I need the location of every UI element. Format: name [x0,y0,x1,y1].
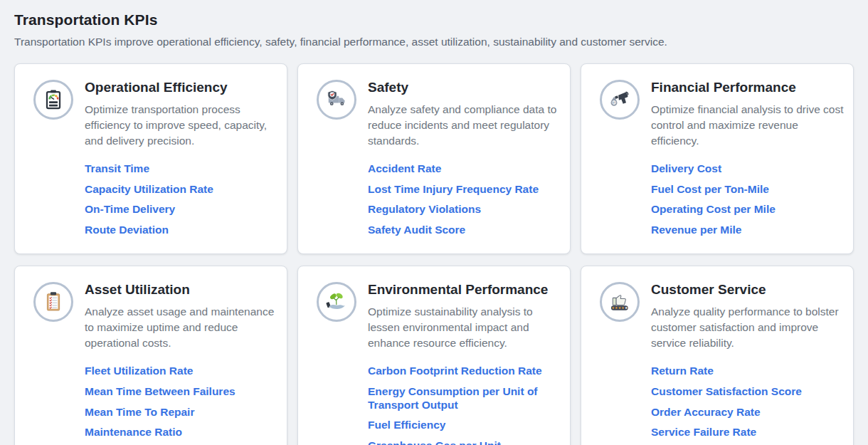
gauge-clipboard-icon [33,80,73,120]
card-safety: Safety Analyze safety and compliance dat… [297,63,571,254]
kpi-link[interactable]: Accident Rate [368,162,561,176]
kpi-link[interactable]: Energy Consumption per Unit of Transport… [368,385,561,412]
kpi-link[interactable]: Mean Time To Repair [85,406,278,419]
kpi-link[interactable]: Greenhouse Gas per Unit [368,439,561,445]
card-customer-service: ★★★★★ Customer Service Analyze quality p… [581,266,854,445]
kpi-link[interactable]: Operating Cost per Mile [651,203,845,216]
kpi-link[interactable]: Customer Satisfaction Score [651,385,845,399]
kpi-link[interactable]: Revenue per Mile [651,224,845,237]
kpi-link[interactable]: Transit Time [85,162,278,176]
kpi-link[interactable]: Delivery Cost [651,162,845,176]
fuel-nozzle-dollar-icon: $ [600,80,640,120]
card-description: Analyze quality performance to bolster c… [651,304,845,351]
kpi-link[interactable]: Carbon Footprint Reduction Rate [368,365,561,378]
card-title: Asset Utilization [85,282,278,298]
kpi-link[interactable]: Regulatory Violations [368,203,561,216]
kpi-link[interactable]: Return Rate [651,365,845,378]
kpi-grid: Operational Efficiency Optimize transpor… [14,63,854,445]
truck-shield-icon [317,80,356,120]
card-financial-performance: $ Financial Performance Optimize financi… [581,63,854,254]
card-content: Asset Utilization Analyze asset usage an… [85,281,278,445]
card-title: Financial Performance [651,80,845,95]
kpi-link[interactable]: On-Time Delivery [85,203,278,216]
card-description: Optimize sustainability analysis to less… [368,304,561,351]
card-content: Safety Analyze safety and compliance dat… [368,78,561,244]
kpi-link[interactable]: Order Accuracy Rate [651,406,845,419]
card-title: Environmental Performance [368,282,561,298]
svg-text:$: $ [613,100,615,105]
kpi-link[interactable]: Lost Time Injury Frequency Rate [368,183,561,197]
card-content: Financial Performance Optimize financial… [651,78,845,244]
kpi-link[interactable]: Safety Audit Score [368,224,561,237]
card-description: Optimize financial analysis to drive cos… [651,102,845,149]
card-content: Environmental Performance Optimize susta… [368,281,561,445]
thumbs-up-stars-icon: ★★★★★ [600,282,640,322]
kpi-link[interactable]: Fleet Utilization Rate [85,365,278,378]
card-description: Analyze safety and compliance data to re… [368,102,561,149]
kpi-link[interactable]: Maintenance Ratio [85,426,278,439]
card-content: Customer Service Analyze quality perform… [651,281,845,445]
transportation-kpis-page: Transportation KPIs Transportation KPIs … [0,0,868,445]
card-description: Optimize transportation process efficien… [85,102,278,149]
card-environmental-performance: Environmental Performance Optimize susta… [297,266,571,445]
card-title: Customer Service [651,282,845,298]
kpi-link[interactable]: Fuel Efficiency [368,419,561,432]
kpi-link[interactable]: Capacity Utilization Rate [85,183,278,197]
kpi-link[interactable]: Mean Time Between Failures [85,385,278,399]
card-content: Operational Efficiency Optimize transpor… [85,78,278,244]
kpi-link[interactable]: Route Deviation [85,224,278,237]
page-subtitle: Transportation KPIs improve operational … [14,36,854,48]
page-title: Transportation KPIs [14,11,854,28]
card-title: Safety [368,80,561,95]
card-description: Analyze asset usage and maintenance to m… [85,304,278,351]
svg-text:★★★★★: ★★★★★ [611,307,628,310]
card-title: Operational Efficiency [85,80,278,95]
card-operational-efficiency: Operational Efficiency Optimize transpor… [14,63,287,254]
kpi-link[interactable]: Fuel Cost per Ton-Mile [651,183,845,197]
kpi-link[interactable]: Service Failure Rate [651,426,845,439]
card-asset-utilization: Asset Utilization Analyze asset usage an… [14,266,287,445]
hand-plant-icon [317,282,356,322]
checklist-clipboard-icon [33,282,73,322]
